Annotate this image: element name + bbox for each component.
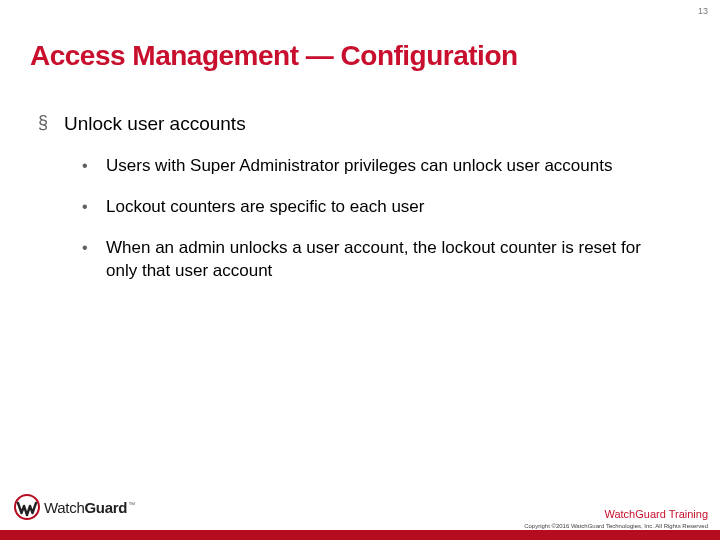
content-area: § Unlock user accounts • Users with Supe… (38, 112, 680, 300)
bullet-glyph-dot-icon: • (82, 196, 92, 218)
bullet-glyph-section-icon: § (38, 112, 48, 134)
bullet-glyph-dot-icon: • (82, 155, 92, 177)
footer: WatchGuard™ WatchGuard Training Copyrigh… (0, 494, 720, 540)
page-number: 13 (698, 6, 708, 16)
brand-second: Guard (84, 499, 127, 516)
bullet-level1: § Unlock user accounts (38, 112, 680, 137)
bullet-level2: • Lockout counters are specific to each … (82, 196, 680, 219)
brand-logo: WatchGuard™ (14, 494, 135, 520)
trademark-icon: ™ (128, 501, 135, 508)
bullet-glyph-dot-icon: • (82, 237, 92, 259)
copyright-row: Copyright ©2016 WatchGuard Technologies,… (0, 522, 720, 530)
training-label: WatchGuard Training (604, 508, 708, 520)
footer-accent-bar (0, 530, 720, 540)
bullet-level2-text: Lockout counters are specific to each us… (106, 196, 424, 219)
bullet-level2: • When an admin unlocks a user account, … (82, 237, 680, 283)
brand-first: Watch (44, 499, 84, 516)
bullet-level2-text: When an admin unlocks a user account, th… (106, 237, 666, 283)
slide: 13 Access Management — Configuration § U… (0, 0, 720, 540)
copyright-text: Copyright ©2016 WatchGuard Technologies,… (524, 523, 708, 529)
brand-name: WatchGuard™ (44, 499, 135, 516)
bullet-level1-text: Unlock user accounts (64, 112, 246, 137)
slide-title: Access Management — Configuration (30, 40, 518, 72)
watchguard-logo-icon (14, 494, 40, 520)
bullet-level2: • Users with Super Administrator privile… (82, 155, 680, 178)
footer-top-row: WatchGuard™ WatchGuard Training (0, 494, 720, 522)
bullet-level2-text: Users with Super Administrator privilege… (106, 155, 612, 178)
